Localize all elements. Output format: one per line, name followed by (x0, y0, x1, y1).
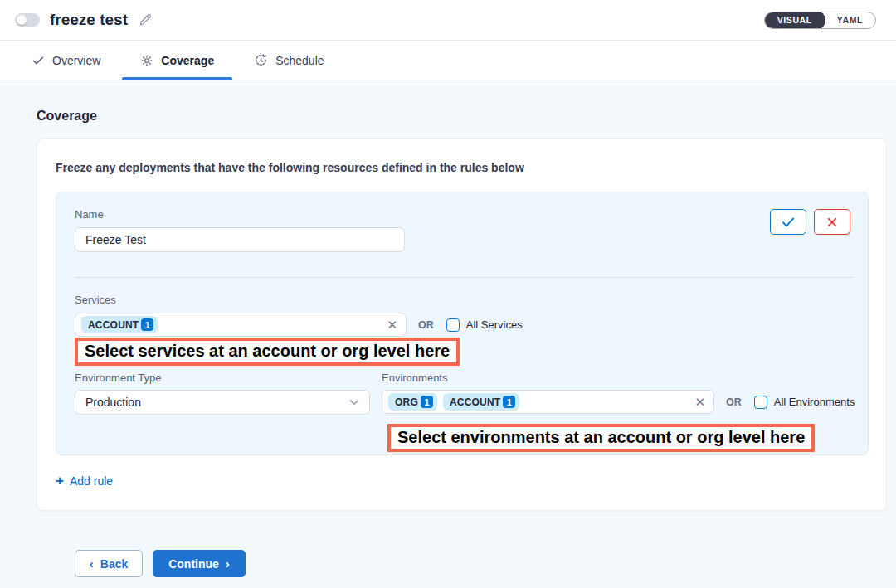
plus-icon: + (56, 474, 64, 488)
confirm-rule-button[interactable] (770, 209, 806, 235)
close-icon (826, 216, 838, 228)
all-environments-checkbox[interactable] (754, 396, 767, 409)
continue-button[interactable]: Continue › (153, 550, 246, 577)
chevron-left-icon: ‹ (90, 557, 94, 570)
count-badge: 1 (503, 396, 515, 408)
coverage-card: Freeze any deployments that have the fol… (37, 138, 887, 511)
section-title: Coverage (37, 109, 896, 124)
tab-schedule[interactable]: Schedule (234, 41, 343, 80)
all-services-checkbox[interactable] (446, 318, 460, 332)
name-input-value: Freeze Test (85, 233, 146, 246)
edit-pencil-icon[interactable] (138, 12, 153, 27)
schedule-clock-icon (254, 53, 268, 67)
delete-rule-button[interactable] (814, 209, 850, 235)
header: freeze test VISUAL YAML (0, 0, 896, 41)
page-title: freeze test (50, 11, 128, 29)
count-badge: 1 (141, 318, 153, 331)
services-chip-account[interactable]: ACCOUNT 1 (81, 316, 158, 333)
count-badge: 1 (421, 396, 433, 408)
tab-bar: Overview Coverage Schedule (0, 41, 896, 80)
gear-icon (140, 54, 153, 67)
services-or-label: OR (418, 319, 434, 331)
add-rule-button[interactable]: + Add rule (56, 474, 113, 488)
services-or-group: OR All Services (418, 313, 523, 337)
visual-yaml-toggle: VISUAL YAML (764, 12, 876, 29)
services-clear-icon[interactable]: ✕ (387, 318, 397, 331)
services-label: Services (75, 294, 116, 306)
visual-toggle-button[interactable]: VISUAL (764, 12, 825, 29)
add-rule-label: Add rule (70, 474, 113, 488)
chevron-right-icon: › (226, 557, 230, 570)
all-services-label: All Services (466, 318, 523, 331)
chevron-down-icon (349, 399, 359, 406)
tab-coverage[interactable]: Coverage (120, 41, 234, 80)
rule-panel: Name Freeze Test Services ACCOUNT 1 (56, 192, 869, 455)
rule-action-buttons (770, 209, 850, 235)
check-icon (32, 54, 45, 67)
name-input[interactable]: Freeze Test (75, 227, 405, 252)
card-description: Freeze any deployments that have the fol… (56, 161, 869, 174)
environments-or-group: OR All Environments (726, 390, 855, 414)
tab-coverage-label: Coverage (161, 54, 214, 67)
services-input[interactable]: ACCOUNT 1 ✕ (75, 313, 407, 337)
footer-actions: ‹ Back Continue › (75, 550, 896, 577)
environments-annotation: Select environments at an account or org… (387, 424, 815, 452)
environments-or-label: OR (726, 396, 742, 408)
environments-chip-account[interactable]: ACCOUNT 1 (443, 393, 519, 411)
tab-overview-label: Overview (52, 54, 100, 67)
back-button[interactable]: ‹ Back (75, 550, 143, 577)
tab-overview[interactable]: Overview (12, 41, 120, 80)
toggle-knob (17, 15, 27, 25)
name-label: Name (75, 208, 104, 221)
environments-chip-org[interactable]: ORG 1 (388, 393, 437, 411)
environments-clear-icon[interactable]: ✕ (694, 396, 705, 408)
services-annotation: Select services at an account or org lev… (75, 338, 460, 366)
all-environments-label: All Environments (774, 396, 855, 408)
yaml-toggle-button[interactable]: YAML (825, 12, 875, 29)
environment-type-label: Environment Type (75, 372, 162, 384)
environments-input[interactable]: ORG 1 ACCOUNT 1 ✕ (382, 390, 714, 414)
rule-divider (75, 277, 853, 278)
freeze-enable-toggle[interactable] (15, 13, 40, 27)
back-button-label: Back (100, 557, 128, 571)
main-content: Coverage Freeze any deployments that hav… (0, 80, 896, 577)
environment-type-value: Production (85, 396, 141, 409)
environments-label: Environments (382, 372, 447, 384)
tab-schedule-label: Schedule (275, 54, 324, 67)
environment-type-select[interactable]: Production (75, 390, 370, 415)
check-icon (782, 216, 795, 228)
continue-button-label: Continue (168, 557, 219, 571)
